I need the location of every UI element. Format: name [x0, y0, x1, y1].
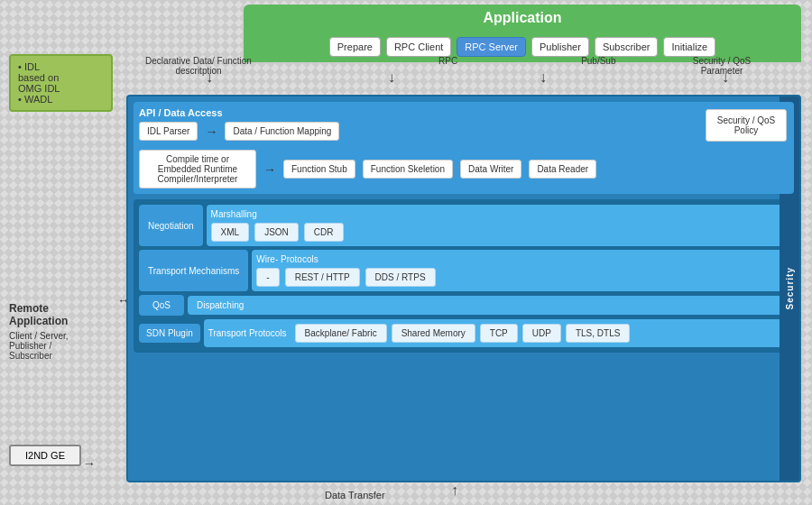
security-qos-policy-box: Security / QoS Policy [706, 109, 787, 142]
compile-label: Compile time or Embedded Runtime Compile… [158, 154, 238, 184]
marshalling-section: Marshalling XML JSON CDR [207, 205, 789, 246]
arrow-compile: → [263, 162, 276, 177]
remote-app-subtitle: Client / Server,Publisher /Subscriber [9, 331, 113, 361]
cdr-box: CDR [304, 223, 344, 242]
compile-box: Compile time or Embedded Runtime Compile… [139, 150, 256, 188]
api-section: API / Data Access IDL Parser → Data / Fu… [134, 102, 794, 194]
transport-mechanisms-label: Transport Mechanisms [148, 266, 239, 276]
qos-row: QoS Dispatching [139, 295, 789, 316]
function-stub-box: Function Stub [283, 160, 355, 179]
arrow-idl-to-mapping: → [205, 124, 217, 139]
transport-protocols-label: Transport Protocols [208, 328, 287, 338]
idl-line4: • WADL [18, 94, 52, 105]
idl-parser-label: IDL Parser [147, 126, 189, 136]
wire-protocols-row: - REST / HTTP DDS / RTPS [256, 268, 784, 287]
idl-line2: based on [18, 72, 59, 83]
dispatching-section: Dispatching [188, 296, 789, 315]
rpc-client-button[interactable]: RPC Client [386, 37, 451, 57]
udp-box: UDP [522, 324, 561, 343]
arrow-down-4: ↓ [722, 69, 729, 86]
desc-rpc: RPC [412, 56, 484, 76]
security-label: Security [785, 267, 795, 309]
i2nd-label: I2ND GE [25, 450, 65, 461]
sdn-plugin-box: SDN Plugin [139, 324, 200, 343]
security-qos-label: Security / QoS Policy [717, 115, 775, 135]
wire-protocols-label: Wire- Protocols [256, 254, 784, 264]
arrow-down-1: ↓ [206, 69, 213, 86]
i2nd-ge-box: I2ND GE [9, 445, 81, 466]
data-function-mapping-label: Data / Function Mapping [233, 126, 331, 136]
dash-box: - [256, 268, 279, 287]
idl-parser-box: IDL Parser [139, 122, 198, 141]
function-skeleton-label: Function Skeletion [371, 164, 445, 174]
middle-section: Negotiation Marshalling XML JSON CDR Tra… [134, 199, 794, 353]
desc-left-text: Declarative Data/ Function descritption [145, 56, 252, 76]
json-box: JSON [254, 223, 299, 242]
tls-dtls-box: TLS, DTLS [566, 324, 630, 343]
backplane-box: Backplane/ Fabric [295, 324, 387, 343]
wire-protocols-section: Wire- Protocols - REST / HTTP DDS / RTPS [252, 250, 789, 291]
subscriber-button[interactable]: Subscriber [595, 37, 659, 57]
negotiation-label: Negotiation [148, 221, 194, 231]
negotiation-box: Negotiation [139, 205, 203, 246]
data-transfer-label: Data Transfer [325, 490, 385, 500]
rpc-server-button[interactable]: RPC Server [457, 37, 526, 57]
prepare-button[interactable]: Prepare [329, 37, 381, 57]
remote-app-title: RemoteApplication [9, 302, 113, 327]
initialize-button[interactable]: Initialize [663, 37, 715, 57]
dds-rtps-box: DDS / RTPS [365, 268, 436, 287]
function-row: Compile time or Embedded Runtime Compile… [139, 150, 789, 188]
app-bar: Application [244, 5, 801, 32]
transport-protocols-section: Transport Protocols Backplane/ Fabric Sh… [204, 319, 789, 347]
function-skeleton-box: Function Skeletion [363, 160, 453, 179]
publisher-button[interactable]: Publisher [531, 37, 589, 57]
data-transfer-arrow: ↑ [451, 482, 458, 499]
marshalling-label: Marshalling [211, 209, 784, 219]
idl-box: • IDL based on OMG IDL • WADL [9, 54, 113, 112]
remote-application-box: RemoteApplication Client / Server,Publis… [9, 302, 113, 361]
transport-mechanisms-box: Transport Mechanisms [139, 250, 248, 291]
api-label: API / Data Access [139, 107, 789, 118]
data-function-mapping-box: Data / Function Mapping [225, 122, 339, 141]
arrow-down-3: ↓ [540, 69, 547, 86]
transport-mechanisms-row: Transport Mechanisms Wire- Protocols - R… [139, 250, 789, 291]
qos-box: QoS [139, 295, 184, 316]
arrow-down-2: ↓ [388, 69, 395, 86]
dispatching-label: Dispatching [197, 300, 244, 310]
desc-declarative: Declarative Data/ Function descritption [135, 56, 262, 76]
data-reader-label: Data Reader [537, 164, 588, 174]
tcp-box: TCP [480, 324, 518, 343]
xml-json-row: XML JSON CDR [211, 223, 784, 242]
negotiation-row: Negotiation Marshalling XML JSON CDR [139, 205, 789, 246]
i2nd-arrow: → [83, 456, 96, 471]
data-writer-label: Data Writer [468, 164, 513, 174]
transport-protocols-row: SDN Plugin Transport Protocols Backplane… [139, 319, 789, 347]
idl-line1: • IDL [18, 61, 40, 72]
data-writer-box: Data Writer [460, 160, 521, 179]
xml-box: XML [211, 223, 250, 242]
shared-memory-box: Shared Memory [392, 324, 475, 343]
idl-line3: OMG IDL [18, 83, 60, 94]
data-reader-box: Data Reader [529, 160, 596, 179]
desc-pubsub: Pub/Sub [562, 56, 634, 76]
app-title: Application [483, 10, 561, 25]
blue-container: Security API / Data Access IDL Parser → … [126, 95, 801, 482]
api-inner-row1: IDL Parser → Data / Function Mapping [139, 122, 789, 141]
function-stub-label: Function Stub [291, 164, 347, 174]
rest-http-box: REST / HTTP [285, 268, 360, 287]
